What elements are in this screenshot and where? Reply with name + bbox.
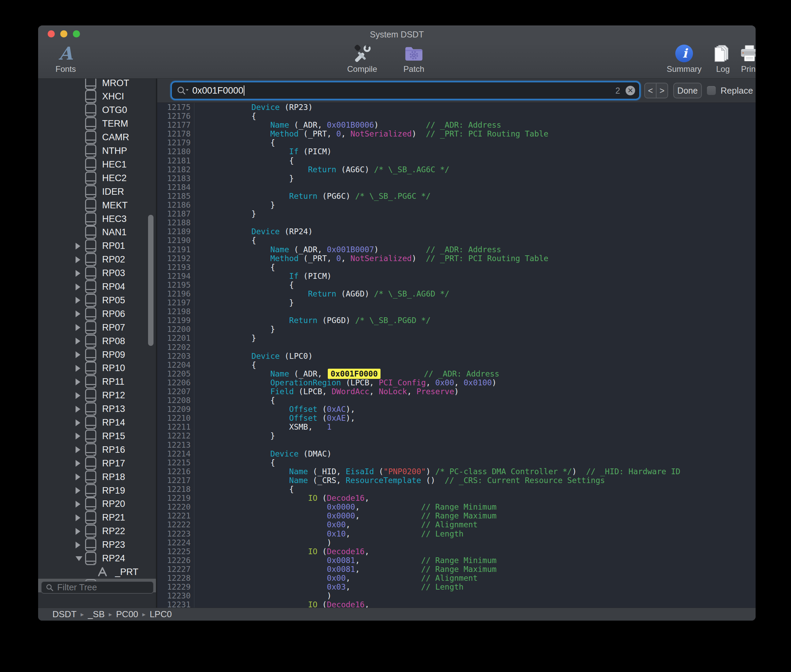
code-line[interactable]: 12221 0x0000, // Range Maximum (157, 511, 756, 520)
done-button[interactable]: Done (673, 83, 702, 98)
sidebar-item-otg0[interactable]: OTG0 (38, 104, 156, 117)
sidebar-item-_prt[interactable]: _PRT (38, 565, 156, 579)
code-line[interactable]: 12192 Method (_PRT, 0, NotSerialized) //… (157, 254, 756, 263)
filter-tree-field[interactable]: Filter Tree (41, 581, 154, 594)
sidebar-item-camr[interactable]: CAMR (38, 131, 156, 144)
sidebar-item-rp20[interactable]: RP20 (38, 498, 156, 511)
sidebar-item-term[interactable]: TERM (38, 117, 156, 131)
sidebar-item-hec1[interactable]: HEC1 (38, 158, 156, 171)
code-line[interactable]: 12217 Name (_CRS, ResourceTemplate () //… (157, 476, 756, 485)
breadcrumb-item-dsdt[interactable]: DSDT (53, 609, 77, 619)
code-line[interactable]: 12204 { (157, 360, 756, 370)
search-menu-icon[interactable] (177, 86, 189, 95)
sidebar-item-mekt[interactable]: MEKT (38, 198, 156, 212)
code-line[interactable]: 12220 0x0000, // Range Minimum (157, 502, 756, 511)
code-line[interactable]: 12218 { (157, 485, 756, 494)
sidebar-item-rp21[interactable]: RP21 (38, 511, 156, 525)
disclosure-collapsed-icon[interactable] (75, 243, 80, 250)
sidebar-item-rp23[interactable]: RP23 (38, 538, 156, 552)
sidebar-item-rp05[interactable]: RP05 (38, 293, 156, 307)
code-line[interactable]: 12212 } (157, 431, 756, 440)
disclosure-collapsed-icon[interactable] (75, 487, 80, 494)
disclosure-collapsed-icon[interactable] (75, 501, 80, 507)
code-line[interactable]: 12201 } (157, 334, 756, 342)
code-line[interactable]: 12216 Name (_HID, EisaId ("PNP0200") /* … (157, 467, 756, 476)
find-next-button[interactable]: > (657, 83, 668, 98)
code-line[interactable]: 12214 Device (DMAC) (157, 450, 756, 458)
code-line[interactable]: 12206 OperationRegion (LPCB, PCI_Config,… (157, 378, 756, 387)
code-line[interactable]: 12227 0x0081, // Range Maximum (157, 565, 756, 574)
disclosure-collapsed-icon[interactable] (75, 460, 80, 467)
sidebar-item-rp13[interactable]: RP13 (38, 402, 156, 416)
disclosure-collapsed-icon[interactable] (75, 474, 80, 480)
code-line[interactable]: 12186 } (157, 200, 756, 210)
code-line[interactable]: 12224 ) (157, 538, 756, 547)
code-line[interactable]: 12211 XSMB, 1 (157, 422, 756, 431)
code-line[interactable]: 12175 Device (RP23) (157, 103, 756, 112)
disclosure-collapsed-icon[interactable] (75, 406, 80, 413)
code-line[interactable]: 12230 ) (157, 591, 756, 600)
code-line[interactable]: 12193 { (157, 263, 756, 272)
disclosure-collapsed-icon[interactable] (75, 270, 80, 277)
code-line[interactable]: 12179 { (157, 138, 756, 147)
code-line[interactable]: 12199 Return (PG6D) /* \_SB_.PG6D */ (157, 316, 756, 325)
code-line[interactable]: 12184 (157, 183, 756, 192)
code-line[interactable]: 12181 { (157, 156, 756, 165)
sidebar-item-rp04[interactable]: RP04 (38, 280, 156, 294)
sidebar-scrollbar[interactable] (148, 215, 153, 346)
sidebar-item-rp07[interactable]: RP07 (38, 321, 156, 334)
code-line[interactable]: 12215 { (157, 458, 756, 467)
code-line[interactable]: 12202 (157, 343, 756, 352)
sidebar-item-rp02[interactable]: RP02 (38, 253, 156, 267)
sidebar-item-rp14[interactable]: RP14 (38, 416, 156, 430)
sidebar-item-xhci[interactable]: XHCI (38, 90, 156, 104)
sidebar-item-rp17[interactable]: RP17 (38, 456, 156, 470)
code-line[interactable]: 12187 } (157, 210, 756, 218)
code-line[interactable]: 12200 } (157, 325, 756, 334)
breadcrumb-item-lpc0[interactable]: LPC0 (150, 609, 172, 619)
sidebar-item-rp19[interactable]: RP19 (38, 484, 156, 498)
code-line[interactable]: 12210 Offset (0xAE), (157, 414, 756, 422)
code-line[interactable]: 12178 Method (_PRT, 0, NotSerialized) //… (157, 130, 756, 138)
disclosure-collapsed-icon[interactable] (75, 297, 80, 304)
sidebar-item-rp09[interactable]: RP09 (38, 348, 156, 362)
disclosure-collapsed-icon[interactable] (75, 542, 80, 549)
code-line[interactable]: 12177 Name (_ADR, 0x001B0006) // _ADR: A… (157, 120, 756, 130)
code-line[interactable]: 12196 Return (AG6D) /* \_SB_.AG6D */ (157, 290, 756, 298)
code-line[interactable]: 12223 0x10, // Length (157, 530, 756, 538)
clear-search-icon[interactable]: ✕ (626, 86, 635, 95)
disclosure-collapsed-icon[interactable] (75, 379, 80, 386)
disclosure-collapsed-icon[interactable] (75, 338, 80, 344)
sidebar-item-nthp[interactable]: NTHP (38, 144, 156, 158)
breadcrumb-item-pc00[interactable]: PC00 (116, 609, 138, 619)
code-line[interactable]: 12205 Name (_ADR, 0x001F0000 // _ADR: Ad… (157, 370, 756, 378)
sidebar-item-rp15[interactable]: RP15 (38, 429, 156, 443)
code-line[interactable]: 12209 Offset (0xAC), (157, 405, 756, 414)
compile-button[interactable]: Compile (335, 44, 389, 74)
sidebar-item-ider[interactable]: IDER (38, 185, 156, 198)
code-line[interactable]: 12191 Name (_ADR, 0x001B0007) // _ADR: A… (157, 245, 756, 254)
disclosure-collapsed-icon[interactable] (75, 433, 80, 440)
code-line[interactable]: 12222 0x00, // Alignment (157, 520, 756, 529)
code-line[interactable]: 12228 0x00, // Alignment (157, 574, 756, 582)
sidebar-item-rp10[interactable]: RP10 (38, 362, 156, 375)
sidebar-item-rp11[interactable]: RP11 (38, 375, 156, 389)
replace-checkbox[interactable] (707, 86, 716, 95)
title-bar[interactable]: System DSDT (38, 26, 756, 43)
sidebar-item-rp16[interactable]: RP16 (38, 443, 156, 456)
code-line[interactable]: 12225 IO (Decode16, (157, 547, 756, 556)
search-input[interactable]: 0x001F0000 2 ✕ (172, 82, 639, 99)
disclosure-collapsed-icon[interactable] (75, 283, 80, 290)
fonts-button[interactable]: A Fonts (43, 44, 88, 74)
code-line[interactable]: 12208 { (157, 396, 756, 405)
sidebar-item-rp03[interactable]: RP03 (38, 267, 156, 280)
disclosure-collapsed-icon[interactable] (75, 528, 80, 535)
code-line[interactable]: 12231 IO (Decode16, (157, 600, 756, 608)
disclosure-collapsed-icon[interactable] (75, 310, 80, 317)
code-line[interactable]: 12176 { (157, 112, 756, 120)
disclosure-collapsed-icon[interactable] (75, 419, 80, 426)
sidebar-item-rp12[interactable]: RP12 (38, 389, 156, 402)
code-line[interactable]: 12213 (157, 440, 756, 450)
code-line[interactable]: 12185 Return (PG6C) /* \_SB_.PG6C */ (157, 192, 756, 200)
patch-button[interactable]: Patch (393, 44, 434, 74)
